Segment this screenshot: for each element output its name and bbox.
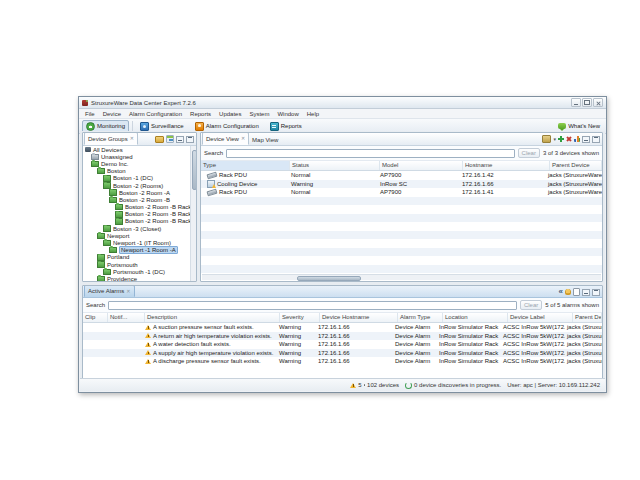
export-icon[interactable] (573, 288, 580, 296)
alarm-count-status[interactable]: 5 102 devices (350, 382, 399, 388)
tree-item-boston-2-room-b[interactable]: Boston -2 Room -B (83, 196, 196, 203)
device-groups-panel: Device Groups ✕ All Devices Unassigned D… (82, 132, 197, 282)
device-search-input[interactable] (226, 149, 515, 158)
app-window: StruxureWare Data Center Expert 7.2.6 Fi… (78, 96, 607, 393)
maximize-button[interactable] (582, 98, 592, 107)
device-menu-icon[interactable] (542, 135, 551, 143)
graph-icon[interactable] (574, 136, 580, 142)
maximize-view-icon[interactable] (592, 136, 600, 143)
chevron-down-icon[interactable]: ▾ (553, 136, 556, 142)
column-clip[interactable]: Clip (83, 313, 108, 322)
tree-item-newport[interactable]: Newport (83, 232, 196, 239)
tab-device-groups[interactable]: Device Groups ✕ (84, 132, 138, 145)
refresh-icon (405, 382, 412, 389)
menu-updates[interactable]: Updates (215, 111, 245, 117)
rack-pdu-icon (206, 171, 217, 179)
alarm-row[interactable]: A water detection fault exists. Warning … (83, 340, 602, 349)
double-chevron-left-icon[interactable]: « (559, 289, 563, 295)
tree-item-providence[interactable]: Providence (83, 275, 196, 281)
tree-item-boston-2-room-b-rack-2[interactable]: Boston -2 Room -B Rack -2 (83, 211, 196, 218)
device-row[interactable]: Rack PDU Normal AP7900 172.16.1.42 jacks… (201, 171, 602, 180)
alarm-bell-icon[interactable] (565, 289, 571, 295)
hierarchy-icon[interactable] (166, 135, 174, 143)
device-row[interactable]: Rack PDU Normal AP7900 172.16.1.41 jacks… (201, 188, 602, 197)
menu-file[interactable]: File (81, 111, 99, 117)
tree-item-boston[interactable]: Boston (83, 168, 196, 175)
menu-device[interactable]: Device (99, 111, 125, 117)
scrollbar-thumb[interactable] (192, 150, 197, 190)
column-type[interactable]: Type (201, 161, 290, 170)
menu-bar: File Device Alarm Configuration Reports … (79, 109, 606, 119)
device-table-scrollbar[interactable] (202, 274, 601, 280)
empty-row (201, 214, 602, 223)
remove-device-icon[interactable] (565, 135, 573, 143)
column-device-label[interactable]: Device Label (508, 313, 573, 322)
alarm-row[interactable]: A discharge pressure sensor fault exists… (83, 357, 602, 366)
empty-row (201, 231, 602, 240)
tree-item-boston-2-room-a[interactable]: Boston -2 Room -A (83, 189, 196, 196)
minimize-view-icon[interactable] (582, 136, 590, 143)
alarm-row[interactable]: A supply air high temperature violation … (83, 349, 602, 358)
minimize-button[interactable] (571, 98, 581, 107)
close-tab-icon[interactable]: ✕ (126, 289, 130, 294)
alarm-row[interactable]: A return air high temperature violation … (83, 332, 602, 341)
maximize-view-icon[interactable] (186, 136, 194, 143)
tree-item-all-devices[interactable]: All Devices (83, 146, 196, 153)
minimize-view-icon[interactable] (176, 136, 184, 143)
minimize-icon (574, 104, 578, 105)
discovery-status[interactable]: 0 device discoveries in progress. (405, 382, 501, 389)
column-location[interactable]: Location (443, 313, 508, 322)
alarm-clear-button[interactable]: Clear (520, 300, 542, 310)
tab-map-view[interactable]: Map View (249, 134, 281, 145)
column-device-hostname[interactable]: Device Hostname (320, 313, 398, 322)
active-alarms-tabbar: Active Alarms ✕ « (83, 286, 602, 298)
menu-help[interactable]: Help (303, 111, 323, 117)
tree-item-portland[interactable]: Portland (83, 254, 196, 261)
tree-item-boston-2[interactable]: Boston -2 (Rooms) (83, 182, 196, 189)
device-view-tools: ▾ (542, 135, 600, 143)
menu-system[interactable]: System (245, 111, 273, 117)
toolbar-separator (132, 121, 133, 131)
device-clear-button[interactable]: Clear (518, 148, 540, 158)
tab-active-alarms[interactable]: Active Alarms ✕ (84, 285, 135, 297)
column-parent-device[interactable]: Parent Device (573, 313, 602, 322)
column-description[interactable]: Description (145, 313, 280, 322)
perspective-label: Monitoring (97, 123, 125, 129)
whats-new-button[interactable]: What's New (555, 123, 603, 129)
tree-item-boston-2-room-b-rack-3[interactable]: Boston -2 Room -B Rack -3 (83, 218, 196, 225)
alarm-search-row: Search Clear 5 of 5 alarms shown (83, 298, 602, 313)
column-status[interactable]: Status (290, 161, 380, 170)
window-title: StruxureWare Data Center Expert 7.2.6 (91, 100, 196, 106)
add-device-icon[interactable] (558, 136, 564, 142)
minimize-view-icon[interactable] (582, 289, 590, 296)
title-bar[interactable]: StruxureWare Data Center Expert 7.2.6 (79, 97, 606, 109)
alarm-search-input[interactable] (108, 301, 517, 310)
tree-item-newport-1-room-a[interactable]: Newport -1 Room -A (83, 247, 196, 254)
tree-scrollbar[interactable] (190, 146, 196, 281)
empty-row (201, 248, 602, 257)
close-button[interactable] (593, 98, 603, 107)
device-row[interactable]: Cooling Device Warning InRow SC 172.16.1… (201, 180, 602, 189)
tree-item-portsmouth[interactable]: Portsmouth (83, 261, 196, 268)
tree-item-boston-1[interactable]: Boston -1 (DC) (83, 175, 196, 182)
close-tab-icon[interactable]: ✕ (241, 136, 245, 141)
tree-item-unassigned[interactable]: Unassigned (83, 153, 196, 160)
menu-alarm-configuration[interactable]: Alarm Configuration (125, 111, 186, 117)
alarm-row[interactable]: A suction pressure sensor fault exists. … (83, 323, 602, 332)
column-severity[interactable]: Severity (280, 313, 320, 322)
tab-device-view[interactable]: Device View ✕ (202, 132, 249, 145)
tree-item-boston-2-room-b-rack-1[interactable]: Boston -2 Room -B Rack -1 (83, 204, 196, 211)
column-model[interactable]: Model (380, 161, 463, 170)
column-hostname[interactable]: Hostname (463, 161, 550, 170)
menu-window[interactable]: Window (273, 111, 302, 117)
menu-reports[interactable]: Reports (186, 111, 215, 117)
column-notification[interactable]: Notif... (108, 313, 145, 322)
maximize-view-icon[interactable] (592, 289, 600, 296)
new-group-folder-icon[interactable] (155, 136, 164, 143)
close-tab-icon[interactable]: ✕ (130, 136, 134, 141)
column-parent-device[interactable]: Parent Device (550, 161, 602, 170)
folder-icon (97, 233, 105, 240)
folder-icon (103, 269, 111, 276)
column-alarm-type[interactable]: Alarm Type (398, 313, 443, 322)
scrollbar-thumb[interactable] (297, 276, 361, 282)
